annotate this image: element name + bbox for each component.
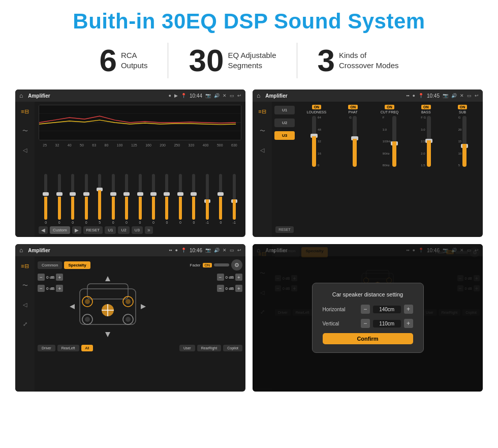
- slider-track[interactable]: [85, 174, 88, 220]
- vertical-minus-btn[interactable]: −: [361, 319, 370, 328]
- spk-speaker-icon[interactable]: ◁: [19, 299, 30, 310]
- loudness-on[interactable]: ON: [312, 105, 322, 109]
- vol4-plus[interactable]: +: [235, 285, 242, 292]
- rearright-btn[interactable]: RearRight: [197, 345, 222, 351]
- sub-on[interactable]: ON: [458, 105, 468, 109]
- reset-btn[interactable]: RESET: [83, 226, 103, 234]
- slider-track[interactable]: [152, 174, 155, 220]
- phat-on[interactable]: ON: [348, 105, 358, 109]
- slider-track[interactable]: [165, 174, 168, 220]
- amp-channels-main: ON LOUDNESS 644832160: [297, 102, 483, 237]
- slider-track[interactable]: [112, 174, 115, 220]
- home-icon[interactable]: ⌂: [19, 92, 23, 99]
- slider-track[interactable]: [58, 174, 61, 220]
- window-icon[interactable]: ▭: [230, 93, 234, 98]
- volume-icon-2[interactable]: 🔊: [451, 93, 457, 98]
- window-icon-2[interactable]: ▭: [467, 93, 472, 98]
- spk-wave-icon[interactable]: 〜: [19, 280, 30, 291]
- copilot-btn[interactable]: Copilot: [223, 345, 242, 351]
- slider-track[interactable]: [206, 174, 209, 220]
- volume-icon-3[interactable]: 🔊: [214, 248, 220, 253]
- home-icon-2[interactable]: ⌂: [257, 92, 260, 99]
- volume-icon[interactable]: 🔊: [214, 93, 220, 98]
- svg-point-7: [85, 299, 90, 304]
- amp-reset-btn[interactable]: RESET: [275, 226, 293, 233]
- confirm-button[interactable]: Confirm: [323, 333, 413, 344]
- common-tab[interactable]: Common: [38, 261, 62, 269]
- slider-track[interactable]: [233, 174, 236, 220]
- play-icon[interactable]: ▶: [174, 93, 178, 98]
- vol4-minus[interactable]: −: [217, 285, 224, 292]
- user-btn[interactable]: User: [179, 345, 195, 351]
- close-icon[interactable]: ✕: [223, 93, 227, 98]
- next-arrow[interactable]: ▶: [72, 226, 81, 234]
- amp-wave-icon[interactable]: 〜: [257, 125, 268, 136]
- settings-icon[interactable]: ⚙: [231, 259, 242, 271]
- vol3-val: 0 dB: [226, 275, 234, 280]
- home-icon-3[interactable]: ⌂: [19, 247, 23, 254]
- eq-sidebar-eq-icon[interactable]: ≡⊟: [19, 106, 30, 117]
- specialty-tab[interactable]: Specialty: [64, 261, 90, 269]
- eq-sidebar-speaker-icon[interactable]: ◁: [19, 144, 30, 156]
- window-icon-3[interactable]: ▭: [230, 248, 234, 253]
- slider-track[interactable]: [219, 174, 222, 220]
- horizontal-minus-btn[interactable]: −: [361, 305, 370, 314]
- close-icon-3[interactable]: ✕: [223, 248, 227, 253]
- custom-preset-btn[interactable]: Custom: [50, 226, 70, 234]
- amp-eq-icon[interactable]: ≡⊟: [257, 106, 268, 117]
- spk-eq-icon[interactable]: ≡⊟: [19, 260, 30, 272]
- eq-main-content: 25 32 40 50 63 80 100 125 160 200 250 32…: [35, 102, 245, 237]
- slider-track[interactable]: [71, 174, 74, 220]
- cutfreq-on[interactable]: ON: [385, 105, 394, 109]
- camera-icon-3: 📷: [205, 248, 211, 253]
- vol3-minus[interactable]: −: [217, 274, 224, 281]
- svg-marker-20: [141, 304, 146, 309]
- vol1-plus[interactable]: +: [56, 274, 63, 281]
- prev-arrow[interactable]: ◀: [39, 226, 48, 234]
- driver-btn[interactable]: Driver: [38, 345, 55, 351]
- modal-title: Car speaker distance setting: [323, 291, 413, 297]
- fader-bar[interactable]: [214, 263, 229, 266]
- horizontal-plus-btn[interactable]: +: [404, 305, 413, 314]
- bass-slider[interactable]: [427, 116, 431, 167]
- cutfreq-slider[interactable]: [392, 116, 396, 167]
- sub-slider[interactable]: [462, 116, 466, 167]
- slider-track[interactable]: [98, 174, 101, 220]
- u3-preset[interactable]: U3: [274, 131, 295, 140]
- u2-btn[interactable]: U2: [118, 226, 129, 234]
- u2-preset[interactable]: U2: [274, 118, 295, 127]
- bass-on[interactable]: ON: [421, 105, 431, 109]
- phat-slider[interactable]: [353, 116, 357, 167]
- screen-amp-time: 10:45: [427, 93, 440, 99]
- loudness-slider[interactable]: [312, 116, 316, 167]
- all-btn[interactable]: All: [81, 345, 94, 351]
- vol2-plus[interactable]: +: [56, 285, 63, 292]
- slider-track[interactable]: [179, 174, 182, 220]
- stat-crossover-number: 3: [318, 45, 335, 76]
- slider-track[interactable]: [44, 174, 47, 220]
- eq-sidebar-wave-icon[interactable]: 〜: [19, 125, 30, 136]
- vol1-minus[interactable]: −: [38, 274, 45, 281]
- vol3-plus[interactable]: +: [235, 274, 242, 281]
- stat-eq-label: EQ Adjustable Segments: [228, 50, 276, 71]
- back-icon-3[interactable]: ↩: [237, 248, 241, 253]
- vertical-plus-btn[interactable]: +: [404, 319, 413, 328]
- u1-btn[interactable]: U1: [105, 226, 116, 234]
- back-icon-2[interactable]: ↩: [475, 93, 479, 98]
- vol2-minus[interactable]: −: [38, 285, 45, 292]
- u3-btn[interactable]: U3: [132, 226, 143, 234]
- svg-point-13: [126, 317, 131, 322]
- more-arrow[interactable]: »: [145, 226, 153, 234]
- spk-expand-icon[interactable]: ⤢: [19, 318, 30, 330]
- u1-preset[interactable]: U1: [274, 106, 295, 114]
- rearleft-btn[interactable]: RearLeft: [57, 345, 79, 351]
- distance-modal: Car speaker distance setting Horizontal …: [312, 283, 424, 353]
- slider-track[interactable]: [125, 174, 128, 220]
- amp-spk-icon[interactable]: ◁: [257, 144, 268, 156]
- close-icon-2[interactable]: ✕: [460, 93, 464, 98]
- slider-track[interactable]: [139, 174, 142, 220]
- page-title: Buith-in 30EQ DSP Sound System: [15, 9, 483, 34]
- slider-track[interactable]: [192, 174, 195, 220]
- back-icon[interactable]: ↩: [237, 93, 241, 98]
- fader-on-badge[interactable]: ON: [203, 263, 212, 267]
